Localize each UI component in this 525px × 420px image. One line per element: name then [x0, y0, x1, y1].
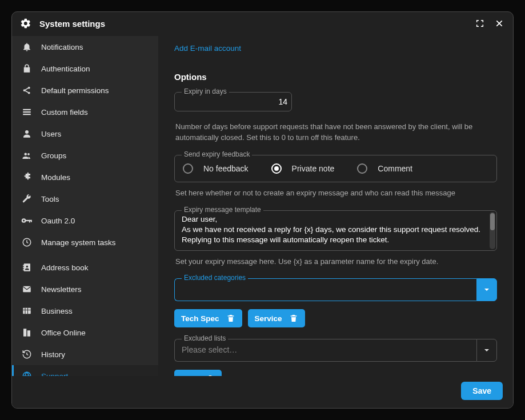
excluded-categories-combo[interactable]: Excluded categories — [174, 278, 497, 301]
bell-icon — [21, 41, 33, 53]
fullscreen-button[interactable] — [474, 18, 486, 29]
excluded-lists-label: Excluded lists — [182, 334, 228, 342]
settings-window: System settings NotificationsAuthenticat… — [11, 11, 514, 409]
expiry-template-helper: Set your expiry message here. Use {x} as… — [175, 257, 496, 267]
excluded-categories-dropdown-button[interactable] — [476, 278, 497, 301]
svg-rect-11 — [26, 220, 32, 221]
svg-rect-22 — [23, 329, 26, 337]
expiry-days-label: Expiry in days — [182, 87, 229, 95]
contacts-icon — [21, 261, 33, 274]
radio-no-feedback[interactable]: No feedback — [183, 163, 249, 174]
sidebar-item-label: Notifications — [41, 43, 83, 51]
expiry-template-label: Expiry message template — [182, 206, 263, 214]
expiry-days-helper: Number of days before support requests t… — [175, 122, 496, 143]
puzzle-icon — [21, 171, 33, 183]
expiry-template-field: Expiry message template — [174, 210, 497, 251]
chip-label: Tech Spec — [181, 314, 219, 323]
sidebar-item-label: Default permissions — [41, 86, 109, 95]
excluded-lists-dropdown-button[interactable] — [476, 339, 497, 362]
sidebar-item-modules[interactable]: Modules — [12, 166, 158, 188]
radio-icon — [357, 163, 367, 174]
sidebar-item-address-book[interactable]: Address book — [12, 257, 158, 278]
list-chip: RMA — [174, 370, 222, 376]
svg-point-6 — [25, 130, 29, 134]
svg-rect-12 — [29, 220, 30, 223]
sidebar-item-notifications[interactable]: Notifications — [12, 36, 158, 58]
sidebar-item-authentication[interactable]: Authentication — [12, 58, 158, 79]
share-icon — [21, 84, 33, 97]
sidebar-item-history[interactable]: History — [12, 343, 158, 365]
excluded-lists-combo[interactable]: Excluded lists Please select… — [174, 339, 497, 362]
main-scroll[interactable]: Add E-mail account Options Expiry in day… — [158, 36, 513, 376]
category-chip: Tech Spec — [174, 309, 242, 327]
sidebar-item-label: Custom fields — [41, 108, 88, 117]
svg-rect-17 — [23, 267, 24, 268]
sidebar-item-label: Office Online — [41, 329, 86, 337]
sidebar-item-users[interactable]: Users — [12, 123, 158, 145]
wrench-icon — [21, 193, 33, 205]
sidebar-item-label: Newsletters — [41, 285, 82, 294]
expiry-template-textarea[interactable] — [182, 214, 490, 246]
options-heading: Options — [174, 72, 497, 82]
trash-icon[interactable] — [289, 314, 298, 323]
svg-rect-23 — [27, 330, 30, 337]
svg-rect-3 — [23, 109, 31, 110]
lock-icon — [21, 62, 33, 75]
radio-icon — [271, 163, 282, 174]
sidebar[interactable]: NotificationsAuthenticationDefault permi… — [12, 36, 158, 376]
sidebar-item-manage-system-tasks[interactable]: Manage system tasks — [12, 231, 158, 253]
sidebar-item-label: Business — [41, 307, 73, 315]
category-chip: Service — [248, 309, 305, 327]
chip-label: Service — [255, 314, 282, 323]
sidebar-item-default-permissions[interactable]: Default permissions — [12, 79, 158, 101]
expiry-days-input[interactable] — [182, 97, 287, 106]
sidebar-item-tools[interactable]: Tools — [12, 188, 158, 210]
trash-icon[interactable] — [226, 314, 235, 323]
svg-rect-5 — [23, 114, 31, 115]
sidebar-item-label: Users — [41, 130, 61, 138]
mail-icon — [21, 283, 33, 295]
excluded-categories-label: Excluded categories — [182, 274, 248, 282]
sidebar-item-business[interactable]: Business — [12, 300, 158, 322]
svg-rect-13 — [31, 220, 32, 222]
sidebar-item-label: Tools — [41, 195, 59, 203]
sidebar-item-label: Authentication — [41, 65, 90, 73]
svg-point-19 — [26, 266, 28, 267]
save-button[interactable]: Save — [461, 382, 503, 400]
sidebar-item-label: Oauth 2.0 — [41, 217, 75, 225]
sidebar-item-label: Support — [41, 372, 68, 377]
radio-icon — [183, 163, 193, 174]
sidebar-item-support[interactable]: Support — [12, 365, 158, 376]
sidebar-item-oauth-2-0[interactable]: Oauth 2.0 — [12, 210, 158, 231]
office-icon — [21, 326, 33, 339]
expiry-feedback-radios: No feedbackPrivate noteComment — [183, 163, 488, 174]
grid-icon — [21, 305, 33, 317]
sidebar-item-label: Modules — [41, 173, 70, 182]
globe-icon — [21, 370, 33, 376]
add-email-account-link[interactable]: Add E-mail account — [174, 44, 497, 53]
gear-icon — [20, 18, 31, 29]
textarea-scrollbar[interactable] — [490, 212, 495, 249]
svg-point-8 — [27, 153, 30, 155]
footer: Save — [12, 376, 513, 408]
sidebar-item-custom-fields[interactable]: Custom fields — [12, 101, 158, 123]
excluded-categories-chips: Tech SpecService — [174, 309, 497, 327]
chip-label: RMA — [181, 375, 199, 376]
sidebar-item-label: History — [41, 350, 65, 359]
radio-comment[interactable]: Comment — [357, 163, 412, 174]
excluded-lists-chips: RMA — [174, 370, 497, 376]
close-button[interactable] — [494, 18, 505, 29]
sidebar-item-label: Groups — [41, 151, 66, 160]
sidebar-item-groups[interactable]: Groups — [12, 145, 158, 166]
expiry-feedback-field: Send expiry feedback No feedbackPrivate … — [174, 155, 497, 182]
trash-icon[interactable] — [206, 374, 215, 376]
svg-point-10 — [23, 219, 25, 221]
radio-label: No feedback — [203, 164, 249, 173]
sidebar-item-newsletters[interactable]: Newsletters — [12, 278, 158, 300]
expiry-days-field: Expiry in days — [174, 92, 292, 111]
sidebar-item-label: Manage system tasks — [41, 238, 116, 247]
radio-private-note[interactable]: Private note — [271, 163, 335, 174]
excluded-lists-placeholder: Please select… — [182, 345, 237, 354]
titlebar: System settings — [12, 12, 513, 36]
sidebar-item-office-online[interactable]: Office Online — [12, 322, 158, 343]
